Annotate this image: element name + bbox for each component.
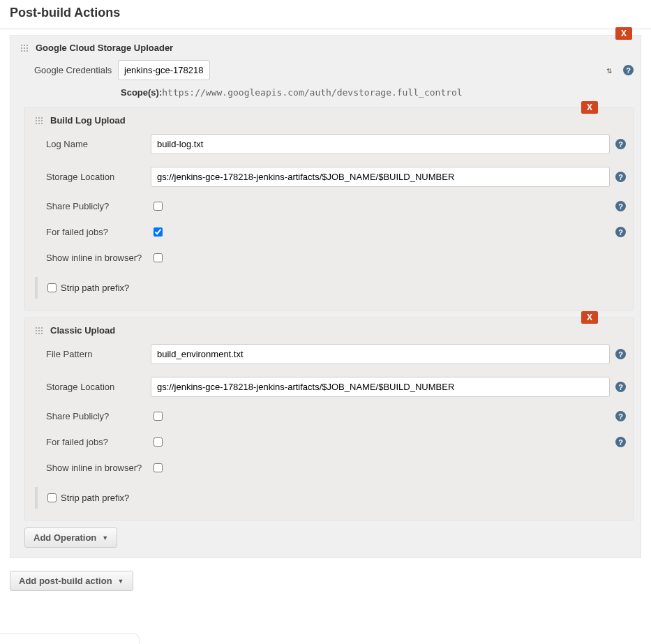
strip-path-prefix-checkbox[interactable]	[47, 283, 57, 292]
credentials-label: Google Credentials	[34, 65, 118, 75]
file-pattern-label: File Pattern	[46, 349, 151, 359]
storage-location-input[interactable]	[151, 167, 610, 187]
scope-label: Scope(s):	[121, 87, 162, 98]
classic-upload-panel: Classic Upload X File Pattern ? Storage …	[24, 317, 634, 521]
chevron-down-icon: ▼	[102, 534, 108, 541]
help-icon[interactable]: ?	[615, 172, 626, 182]
share-publicly-label: Share Publicly?	[46, 411, 151, 421]
share-publicly-label: Share Publicly?	[46, 201, 151, 211]
show-inline-label: Show inline in browser?	[46, 463, 151, 473]
classic-upload-title: Classic Upload	[50, 325, 115, 336]
storage-location-input[interactable]	[151, 377, 610, 397]
for-failed-jobs-checkbox[interactable]	[154, 437, 163, 447]
scope-row: Scope(s):https://www.googleapis.com/auth…	[121, 87, 634, 98]
file-pattern-input[interactable]	[151, 344, 610, 364]
drag-handle-icon[interactable]	[35, 327, 43, 335]
chevron-down-icon: ▼	[118, 578, 124, 585]
help-icon[interactable]: ?	[615, 139, 626, 149]
share-publicly-checkbox[interactable]	[154, 412, 163, 421]
bottom-action-bar: Save Apply	[0, 633, 140, 644]
add-operation-label: Add Operation	[33, 532, 96, 543]
show-inline-checkbox[interactable]	[154, 253, 163, 262]
delete-uploader-button[interactable]: X	[615, 27, 632, 40]
uploader-title: Google Cloud Storage Uploader	[36, 43, 173, 53]
storage-location-label: Storage Location	[46, 172, 151, 182]
help-icon[interactable]: ?	[623, 65, 634, 75]
add-operation-button[interactable]: Add Operation ▼	[24, 527, 117, 548]
share-publicly-checkbox[interactable]	[154, 202, 163, 211]
help-icon[interactable]: ?	[615, 201, 626, 211]
log-name-label: Log Name	[46, 139, 151, 149]
delete-classic-upload-button[interactable]: X	[581, 311, 598, 324]
strip-path-prefix-label: Strip path prefix?	[61, 283, 129, 293]
scope-url: https://www.googleapis.com/auth/devstora…	[162, 87, 462, 98]
show-inline-label: Show inline in browser?	[46, 253, 151, 263]
help-icon[interactable]: ?	[615, 411, 626, 421]
log-name-input[interactable]	[151, 134, 610, 154]
page-title: Post-build Actions	[10, 6, 651, 20]
for-failed-jobs-label: For failed jobs?	[46, 437, 151, 447]
strip-path-prefix-label: Strip path prefix?	[61, 493, 129, 503]
add-post-build-action-button[interactable]: Add post-build action ▼	[10, 571, 133, 591]
for-failed-jobs-label: For failed jobs?	[46, 227, 151, 237]
delete-build-log-button[interactable]: X	[581, 101, 598, 114]
build-log-upload-panel: Build Log Upload X Log Name ? Storage Lo…	[24, 107, 634, 310]
show-inline-checkbox[interactable]	[154, 463, 163, 472]
help-icon[interactable]: ?	[615, 437, 626, 447]
strip-path-prefix-checkbox[interactable]	[47, 493, 57, 502]
for-failed-jobs-checkbox[interactable]	[154, 227, 163, 237]
credentials-select[interactable]: jenkins-gce-178218	[118, 60, 210, 80]
help-icon[interactable]: ?	[615, 227, 626, 237]
drag-handle-icon[interactable]	[35, 117, 43, 125]
build-log-title: Build Log Upload	[50, 115, 126, 126]
gcs-uploader-panel: Google Cloud Storage Uploader X Google C…	[10, 35, 641, 558]
drag-handle-icon[interactable]	[20, 44, 29, 52]
divider	[0, 29, 651, 29]
storage-location-label: Storage Location	[46, 382, 151, 392]
add-post-build-action-label: Add post-build action	[19, 576, 112, 586]
help-icon[interactable]: ?	[615, 349, 626, 359]
help-icon[interactable]: ?	[615, 382, 626, 392]
